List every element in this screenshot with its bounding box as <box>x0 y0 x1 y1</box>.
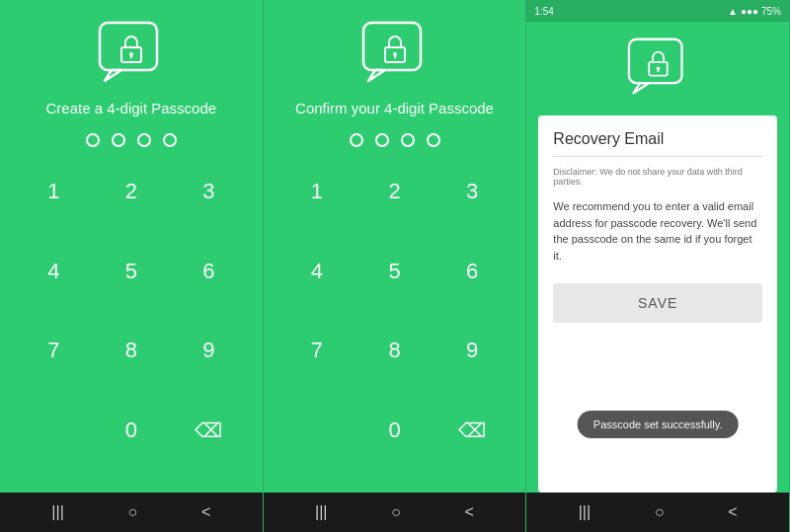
nav-bar-2: ||| ○ < <box>264 493 526 532</box>
status-bar-right: ▲ ●●● 75% <box>728 6 781 17</box>
svg-marker-1 <box>105 70 121 81</box>
backspace-icon: ⌫ <box>195 418 222 442</box>
key-empty <box>15 403 93 457</box>
lock-bubble-icon-2 <box>360 20 430 84</box>
key-2[interactable]: 2 <box>93 165 171 219</box>
svg-marker-11 <box>633 83 649 93</box>
panel-content: Create a 4-digit Passcode 1 2 3 4 5 6 7 … <box>0 0 263 493</box>
status-bar: 1:54 ▲ ●●● 75% <box>526 0 789 22</box>
key-9[interactable]: 9 <box>170 324 248 378</box>
status-time: 1:54 <box>534 6 553 17</box>
success-toast: Passcode set successfully. <box>578 411 739 438</box>
key-9[interactable]: 9 <box>434 324 512 378</box>
back-nav-icon-2[interactable]: < <box>465 503 474 521</box>
key-backspace-2[interactable]: ⌫ <box>434 403 512 457</box>
svg-rect-9 <box>394 54 396 58</box>
key-empty <box>278 403 356 457</box>
home-nav-icon-2[interactable]: ○ <box>391 503 401 521</box>
key-1[interactable]: 1 <box>278 165 356 219</box>
key-5[interactable]: 5 <box>356 244 434 298</box>
key-3[interactable]: 3 <box>170 165 248 219</box>
key-0[interactable]: 0 <box>93 403 171 457</box>
confirm-passcode-panel: Confirm your 4-digit Passcode 1 2 3 4 5 … <box>264 0 527 532</box>
key-0[interactable]: 0 <box>356 403 434 457</box>
nav-bar-3: ||| ○ < <box>526 493 789 532</box>
pin-dot-4 <box>427 133 440 147</box>
panel-content: Confirm your 4-digit Passcode 1 2 3 4 5 … <box>264 0 526 493</box>
menu-nav-icon-3[interactable]: ||| <box>579 503 591 521</box>
svg-marker-6 <box>368 70 385 81</box>
pin-dot-3 <box>137 133 151 147</box>
lock-icon-third <box>526 22 789 106</box>
key-backspace[interactable]: ⌫ <box>170 403 248 457</box>
key-5[interactable]: 5 <box>93 244 171 298</box>
key-8[interactable]: 8 <box>93 324 171 378</box>
key-8[interactable]: 8 <box>356 324 434 378</box>
pin-dots <box>86 133 177 147</box>
menu-nav-icon-2[interactable]: ||| <box>315 503 327 521</box>
home-nav-icon[interactable]: ○ <box>128 503 138 521</box>
svg-rect-4 <box>130 54 132 58</box>
svg-rect-14 <box>657 68 659 72</box>
key-6[interactable]: 6 <box>434 244 512 298</box>
recovery-email-panel: 1:54 ▲ ●●● 75% Recovery Email Disclaimer… <box>526 0 790 532</box>
pin-dot-3 <box>401 133 415 147</box>
recovery-disclaimer: Disclaimer: We do not share your data wi… <box>553 167 762 187</box>
nav-bar: ||| ○ < <box>0 493 263 532</box>
lock-bubble-icon <box>97 20 166 84</box>
numpad: 1 2 3 4 5 6 7 8 9 0 ⌫ <box>15 165 248 484</box>
key-6[interactable]: 6 <box>170 244 248 298</box>
signal-icon: ●●● <box>741 6 758 17</box>
pin-dot-2 <box>375 133 389 147</box>
home-nav-icon-3[interactable]: ○ <box>655 503 665 521</box>
key-3[interactable]: 3 <box>434 165 512 219</box>
pin-dot-1 <box>350 133 363 147</box>
third-panel-content: Recovery Email Disclaimer: We do not sha… <box>526 22 789 493</box>
pin-dot-2 <box>112 133 125 147</box>
key-4[interactable]: 4 <box>278 244 356 298</box>
pin-dot-1 <box>86 133 100 147</box>
key-2[interactable]: 2 <box>356 165 434 219</box>
panel-title: Create a 4-digit Passcode <box>46 99 217 118</box>
key-1[interactable]: 1 <box>15 165 93 219</box>
menu-nav-icon[interactable]: ||| <box>51 503 63 521</box>
key-7[interactable]: 7 <box>15 324 93 378</box>
save-button[interactable]: SAVE <box>553 283 762 323</box>
panel-title-2: Confirm your 4-digit Passcode <box>295 99 494 118</box>
recovery-email-title: Recovery Email <box>553 130 762 157</box>
create-passcode-panel: Create a 4-digit Passcode 1 2 3 4 5 6 7 … <box>0 0 264 532</box>
battery-level: 75% <box>761 6 781 17</box>
status-bar-left: 1:54 <box>534 6 553 17</box>
key-4[interactable]: 4 <box>15 244 93 298</box>
pin-dots-2 <box>350 133 440 147</box>
pin-dot-4 <box>163 133 177 147</box>
recovery-description: We recommend you to enter a valid email … <box>553 198 762 264</box>
key-7[interactable]: 7 <box>278 324 356 378</box>
back-nav-icon-3[interactable]: < <box>728 503 737 521</box>
back-nav-icon[interactable]: < <box>201 503 210 521</box>
numpad-2: 1 2 3 4 5 6 7 8 9 0 ⌫ <box>278 165 512 484</box>
backspace-icon-2: ⌫ <box>458 418 486 442</box>
wifi-icon: ▲ <box>728 6 738 17</box>
